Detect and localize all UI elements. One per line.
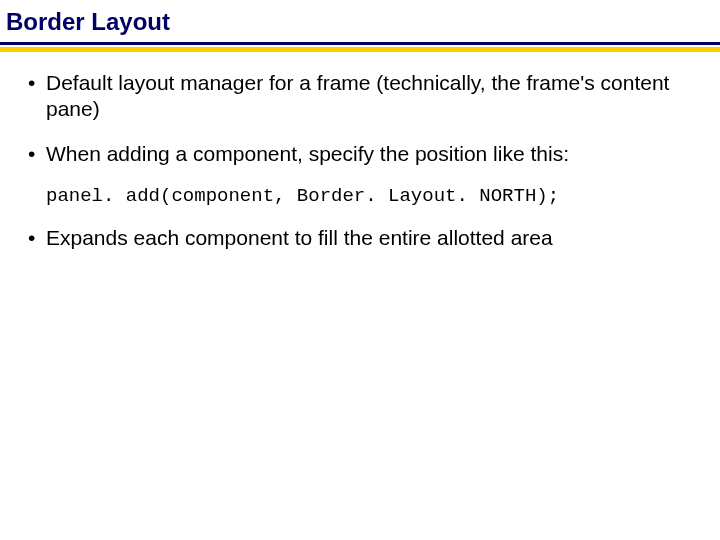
- bullet-item: Expands each component to fill the entir…: [28, 225, 692, 251]
- bullet-list-2: Expands each component to fill the entir…: [28, 225, 692, 251]
- bullet-item: When adding a component, specify the pos…: [28, 141, 692, 167]
- slide: Border Layout Default layout manager for…: [0, 0, 720, 540]
- code-line: panel. add(component, Border. Layout. NO…: [46, 185, 692, 207]
- title-block: Border Layout: [0, 0, 720, 42]
- title-underline: [0, 42, 720, 52]
- bullet-list-1: Default layout manager for a frame (tech…: [28, 70, 692, 167]
- slide-body: Default layout manager for a frame (tech…: [0, 52, 720, 251]
- bullet-item: Default layout manager for a frame (tech…: [28, 70, 692, 123]
- slide-title: Border Layout: [6, 8, 714, 36]
